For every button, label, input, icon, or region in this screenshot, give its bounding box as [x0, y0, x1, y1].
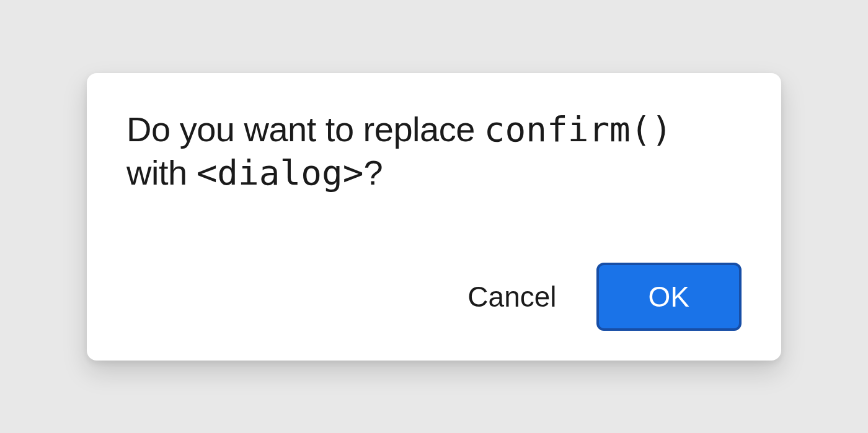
dialog-code-dialog: <dialog> — [197, 152, 364, 193]
dialog-message-mid: with — [126, 153, 197, 192]
cancel-button[interactable]: Cancel — [463, 273, 561, 321]
confirm-dialog: Do you want to replace confirm() with <d… — [87, 73, 781, 361]
dialog-message: Do you want to replace confirm() with <d… — [126, 108, 742, 195]
dialog-code-confirm: confirm() — [484, 109, 672, 149]
dialog-actions: Cancel OK — [126, 263, 742, 331]
ok-button[interactable]: OK — [596, 263, 742, 331]
dialog-message-suffix: ? — [363, 153, 383, 192]
dialog-message-prefix: Do you want to replace — [126, 110, 484, 149]
